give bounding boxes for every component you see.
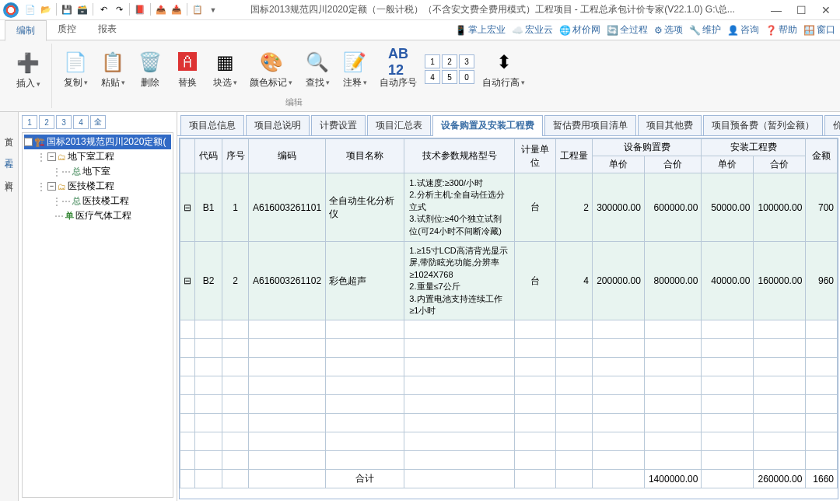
table-row[interactable]: [180, 320, 838, 339]
table-row[interactable]: [180, 414, 838, 432]
th-qty[interactable]: 工程量: [556, 139, 593, 173]
btn-replace[interactable]: 🅰替换: [170, 47, 205, 93]
doc-icon: 单: [65, 210, 74, 222]
ctab-0[interactable]: 项目总信息: [180, 115, 244, 135]
project-tree[interactable]: − 🏗️ 国标2013规范四川2020定额( ⋮− 🗂 地下室工程 ⋮⋯ 总 地…: [22, 132, 173, 498]
menu-tab-zhikong[interactable]: 质控: [47, 19, 87, 40]
link-quanguocheng[interactable]: 🔄全过程: [607, 23, 648, 37]
ctab-6[interactable]: 项目其他费: [638, 115, 702, 135]
maximize-button[interactable]: ☐: [790, 2, 812, 18]
link-cloud[interactable]: ☁️宏业云: [512, 23, 553, 37]
table-row[interactable]: ⊟B22A616003261102彩色超声1.≥15寸LCD高清背光显示屏,带防…: [180, 242, 838, 320]
tree-n2[interactable]: ⋮− 🗂 医技楼工程: [24, 179, 171, 194]
btn-paste[interactable]: 📋粘贴▾: [96, 47, 130, 93]
table-row[interactable]: ⊟B11A616003261101全自动生化分析仪1.试速度:≥300/小时2.…: [180, 173, 838, 242]
th-seq[interactable]: 序号: [222, 139, 249, 173]
collapse-icon[interactable]: −: [47, 152, 56, 161]
tree-tab-1[interactable]: 1: [22, 115, 37, 129]
sidebar-project[interactable]: 工程: [2, 149, 16, 159]
th-install[interactable]: 安装工程费: [702, 139, 806, 156]
collapse-icon[interactable]: −: [47, 182, 56, 191]
data-grid[interactable]: 代码 序号 编码 项目名称 技术参数规格型号 计量单位 工程量 设备购置费 安装…: [180, 138, 838, 488]
tree-tab-all[interactable]: 全: [90, 115, 106, 129]
link-zhangshang[interactable]: 📱掌上宏业: [455, 23, 506, 37]
ctab-8[interactable]: 价格调整表: [824, 115, 840, 135]
th-unit[interactable]: 计量单位: [515, 139, 556, 173]
tree-n1[interactable]: ⋮− 🗂 地下室工程: [24, 149, 171, 164]
th-bh[interactable]: 编码: [249, 139, 326, 173]
tree-tab-4[interactable]: 4: [73, 115, 89, 129]
tree-root[interactable]: − 🏗️ 国标2013规范四川2020定额(: [24, 135, 171, 149]
tree-tab-3[interactable]: 3: [56, 115, 72, 129]
table-row[interactable]: [180, 432, 838, 451]
btn-insert[interactable]: ➕插入▾: [11, 47, 45, 93]
tree-n2a[interactable]: ⋮⋯ 总 医技楼工程: [24, 194, 171, 208]
btn-rowheight[interactable]: ⬍自动行高▾: [478, 47, 530, 93]
qat-redo[interactable]: ↷: [112, 3, 126, 17]
num-3[interactable]: 3: [459, 54, 474, 68]
th-name[interactable]: 项目名称: [325, 139, 404, 173]
ctab-5[interactable]: 暂估费用项目清单: [544, 115, 636, 135]
link-window[interactable]: 🪟窗口: [803, 23, 835, 37]
tree-n2b[interactable]: ⋯ 单 医疗气体工程: [24, 208, 171, 223]
tree-n1a[interactable]: ⋮⋯ 总 地下室: [24, 164, 171, 179]
th-et[interactable]: 合价: [644, 156, 701, 173]
th-ep[interactable]: 单价: [592, 156, 644, 173]
qat-import[interactable]: 📥: [170, 3, 184, 17]
qat-new[interactable]: 📄: [23, 3, 37, 17]
num-4[interactable]: 4: [425, 70, 440, 84]
qat-open[interactable]: 📂: [39, 3, 53, 17]
qat-saveall[interactable]: 🗃️: [75, 3, 89, 17]
folder-icon: 🗂: [58, 182, 66, 191]
close-button[interactable]: ✕: [815, 2, 837, 18]
ctab-1[interactable]: 项目总说明: [246, 115, 310, 135]
table-row[interactable]: [180, 376, 838, 395]
th-it[interactable]: 合价: [754, 156, 806, 173]
table-row[interactable]: [180, 395, 838, 414]
window-title: 国标2013规范四川2020定额（一般计税）（不含安文费全费用模式）工程项目 -…: [220, 3, 765, 16]
link-options[interactable]: ⚙选项: [654, 23, 683, 37]
table-row[interactable]: [180, 451, 838, 470]
btn-color[interactable]: 🎨颜色标记▾: [245, 47, 297, 93]
qat-pdf[interactable]: 📕: [133, 3, 147, 17]
ctab-3[interactable]: 项目汇总表: [367, 115, 431, 135]
btn-find[interactable]: 🔍查找▾: [300, 47, 334, 93]
table-row[interactable]: [180, 339, 838, 358]
menu-tab-bianzhi[interactable]: 编制: [5, 20, 47, 41]
tree-tab-2[interactable]: 2: [39, 115, 54, 129]
btn-autonum[interactable]: AB12自动序号: [375, 47, 422, 93]
sidebar-home[interactable]: 首页: [2, 128, 16, 137]
link-help[interactable]: ❓帮助: [765, 23, 797, 37]
ctab-7[interactable]: 项目预备费（暂列金额）: [703, 115, 823, 135]
collapse-icon[interactable]: −: [24, 138, 33, 146]
sidebar-data[interactable]: 资料: [2, 171, 16, 180]
th-ip[interactable]: 单价: [702, 156, 754, 173]
num-5[interactable]: 5: [442, 70, 457, 84]
total-row: 合计1400000.00260000.001660: [180, 470, 838, 488]
ctab-2[interactable]: 计费设置: [311, 115, 366, 135]
table-row[interactable]: [180, 358, 838, 376]
btn-block[interactable]: ▦块选▾: [208, 47, 242, 93]
minimize-button[interactable]: —: [765, 2, 787, 18]
btn-copy[interactable]: 📄复制▾: [58, 47, 93, 93]
btn-note[interactable]: 📝注释▾: [338, 47, 372, 93]
qat-export[interactable]: 📤: [154, 3, 168, 17]
qat-doc[interactable]: 📋: [191, 3, 205, 17]
th-spec[interactable]: 技术参数规格型号: [404, 139, 515, 173]
btn-delete[interactable]: 🗑️删除: [133, 47, 167, 93]
th-equip[interactable]: 设备购置费: [592, 139, 701, 156]
link-consult[interactable]: 👤咨询: [727, 23, 759, 37]
qat-undo[interactable]: ↶: [96, 3, 110, 17]
folder-icon: 🗂: [58, 152, 66, 162]
ctab-4[interactable]: 设备购置及安装工程费: [432, 115, 543, 135]
th-code[interactable]: 代码: [195, 139, 222, 173]
link-caijia[interactable]: 🌐材价网: [559, 23, 600, 37]
th-amount[interactable]: 金额: [806, 139, 838, 173]
num-1[interactable]: 1: [425, 54, 440, 68]
num-2[interactable]: 2: [442, 54, 457, 68]
menu-tab-baobiao[interactable]: 报表: [87, 19, 128, 40]
link-maintain[interactable]: 🔧维护: [689, 23, 721, 37]
qat-more[interactable]: ▼: [206, 3, 220, 17]
num-0[interactable]: 0: [459, 70, 474, 84]
qat-save[interactable]: 💾: [60, 3, 74, 17]
